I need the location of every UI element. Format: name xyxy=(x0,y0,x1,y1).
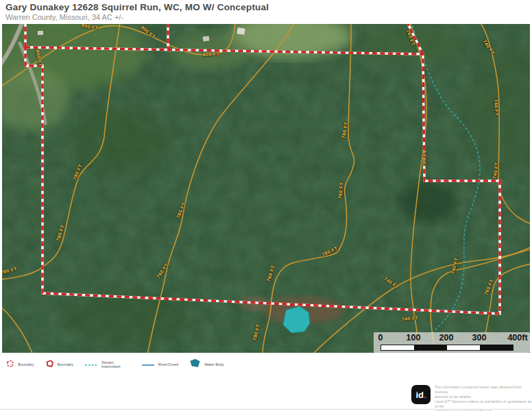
legend-item-label: Boundary xyxy=(18,362,34,367)
scale-tick-label: 0 xyxy=(378,333,383,342)
scale-tick-label: 300 xyxy=(472,333,487,342)
page-title: Gary Dunakey 12628 Squirrel Run, WC, MO … xyxy=(5,2,269,12)
legend-item: Boundary xyxy=(45,358,74,371)
scale-segment xyxy=(480,345,513,350)
satellite-map-image xyxy=(2,24,530,353)
page-subtitle: Warren County, Missouri, 34 AC +/- xyxy=(5,13,269,21)
map-legend: BoundaryBoundaryStream, IntermittentRive… xyxy=(5,358,235,371)
land-id-map-export: Gary Dunakey 12628 Squirrel Run, WC, MO … xyxy=(0,0,532,411)
footer: id. The information contained herein was… xyxy=(411,385,532,411)
logo-dot: . xyxy=(424,390,426,400)
map-canvas[interactable]: 800 FT800 FT800 FT800 FT780 FT780 FT780 … xyxy=(2,24,530,353)
scale-tick-label: 400ft xyxy=(507,333,527,342)
disclaimer-line: deemed to be reliable. xyxy=(435,395,532,399)
legend-item: Boundary xyxy=(5,358,34,371)
legend-item: River/Creek xyxy=(141,358,178,371)
scale-segment xyxy=(414,345,447,350)
legend-item: Stream, Intermittent xyxy=(84,358,130,371)
stream-intermittent-icon xyxy=(84,358,98,371)
logo-text: id xyxy=(415,390,424,400)
scale-tick-label: 100 xyxy=(407,333,421,342)
legend-item-label: River/Creek xyxy=(158,362,178,367)
legend-item-label: Stream, Intermittent xyxy=(101,360,130,369)
water-body xyxy=(283,306,310,333)
scale-segment xyxy=(447,345,480,350)
legend-item-label: Boundary xyxy=(58,362,74,367)
legend-item-label: Water Body xyxy=(204,362,224,367)
scale-segment xyxy=(381,345,414,350)
bottom-divider xyxy=(0,409,532,410)
water-body-icon xyxy=(189,358,201,371)
scale-bar-ticks: 0100200300400ft xyxy=(374,333,530,343)
scale-tick-label: 200 xyxy=(439,333,454,342)
river-creek-icon xyxy=(141,358,155,371)
map-header: Gary Dunakey 12628 Squirrel Run, WC, MO … xyxy=(5,2,269,21)
scale-bar-segments xyxy=(380,345,513,351)
legend-item: Water Body xyxy=(189,358,224,371)
boundary-solid-icon xyxy=(45,358,54,371)
land-id-logo: id. xyxy=(411,385,431,404)
boundary-dashed-icon xyxy=(5,358,14,371)
disclaimer-line: Land id™ Services makes no warranties or… xyxy=(435,399,532,409)
disclaimer-line: The information contained herein was obt… xyxy=(435,385,532,395)
scale-bar: 0100200300400ft xyxy=(374,332,530,353)
disclaimer-text: The information contained herein was obt… xyxy=(435,385,532,411)
